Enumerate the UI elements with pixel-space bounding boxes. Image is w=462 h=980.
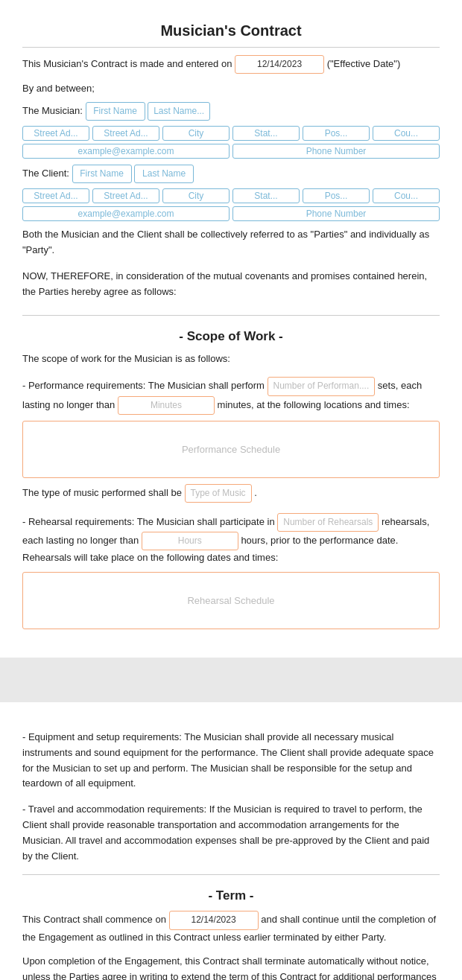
musician-street2[interactable]: Street Ad... — [92, 126, 159, 141]
musician-first-name[interactable]: First Name — [86, 102, 145, 121]
travel-para: - Travel and accommodation requirements:… — [22, 802, 440, 864]
client-first-name[interactable]: First Name — [72, 165, 132, 183]
num-rehearsals-field[interactable]: Number of Rehearsals — [277, 513, 379, 532]
termination-para1: Upon completion of the Engagement, this … — [22, 954, 440, 980]
client-label-row: The Client: First Name Last Name — [22, 165, 440, 183]
therefore-clause: NOW, THEREFORE, in consideration of the … — [22, 269, 440, 300]
by-between: By and between; — [22, 81, 440, 97]
client-contact-row: example@example.com Phone Number — [22, 206, 440, 221]
musician-label-row: The Musician: First Name Last Name... — [22, 102, 440, 121]
musician-contact-row: example@example.com Phone Number — [22, 144, 440, 159]
music-type-field[interactable]: Type of Music — [185, 484, 252, 503]
divider-top — [22, 47, 440, 48]
rehearsal-req-line: - Rehearsal requirements: The Musician s… — [22, 513, 440, 566]
musician-city[interactable]: City — [162, 126, 230, 141]
client-postal[interactable]: Pos... — [303, 188, 370, 203]
musician-phone[interactable]: Phone Number — [232, 144, 440, 159]
musician-address-row: Street Ad... Street Ad... City Stat... P… — [22, 126, 440, 141]
rehearsal-schedule-field[interactable]: Rehearsal Schedule — [22, 572, 440, 629]
num-performances-field[interactable]: Number of Performan.... — [268, 377, 376, 395]
musician-state[interactable]: Stat... — [232, 126, 300, 141]
client-street2[interactable]: Street Ad... — [92, 188, 159, 203]
equipment-para: - Equipment and setup requirements: The … — [22, 730, 440, 792]
client-address-row: Street Ad... Street Ad... City Stat... P… — [22, 188, 440, 203]
divider-scope — [22, 315, 440, 316]
scope-intro: The scope of work for the Musician is as… — [22, 351, 440, 367]
client-city[interactable]: City — [162, 188, 230, 203]
client-state[interactable]: Stat... — [232, 188, 300, 203]
performance-req-line: - Performance requirements: The Musician… — [22, 377, 440, 414]
client-email[interactable]: example@example.com — [22, 206, 230, 221]
performance-schedule-field[interactable]: Performance Schedule — [22, 421, 440, 478]
parties-note: Both the Musician and the Client shall b… — [22, 227, 440, 258]
page2: - Equipment and setup requirements: The … — [0, 702, 462, 980]
client-last-name[interactable]: Last Name — [134, 165, 194, 183]
client-street1[interactable]: Street Ad... — [22, 188, 89, 203]
musician-country[interactable]: Cou... — [373, 126, 440, 141]
effective-date-line: This Musician's Contract is made and ent… — [22, 55, 440, 74]
hours-field[interactable]: Hours — [142, 532, 238, 550]
musician-street1[interactable]: Street Ad... — [22, 126, 89, 141]
music-type-line: The type of music performed shall be Typ… — [22, 484, 440, 503]
divider-term — [22, 874, 440, 875]
musician-postal[interactable]: Pos... — [303, 126, 370, 141]
minutes-field[interactable]: Minutes — [118, 396, 215, 415]
term-title: - Term - — [22, 888, 440, 903]
effective-date-field[interactable]: 12/14/2023 — [235, 55, 324, 74]
scope-title: - Scope of Work - — [22, 329, 440, 344]
page-title: Musician's Contract — [22, 22, 440, 39]
client-country[interactable]: Cou... — [373, 188, 440, 203]
commence-date-field[interactable]: 12/14/2023 — [169, 911, 259, 929]
musician-email[interactable]: example@example.com — [22, 144, 230, 159]
gray-separator — [0, 658, 462, 702]
musician-last-name[interactable]: Last Name... — [148, 102, 210, 121]
term-commence-line: This Contract shall commence on 12/14/20… — [22, 911, 440, 945]
client-phone[interactable]: Phone Number — [232, 206, 440, 221]
